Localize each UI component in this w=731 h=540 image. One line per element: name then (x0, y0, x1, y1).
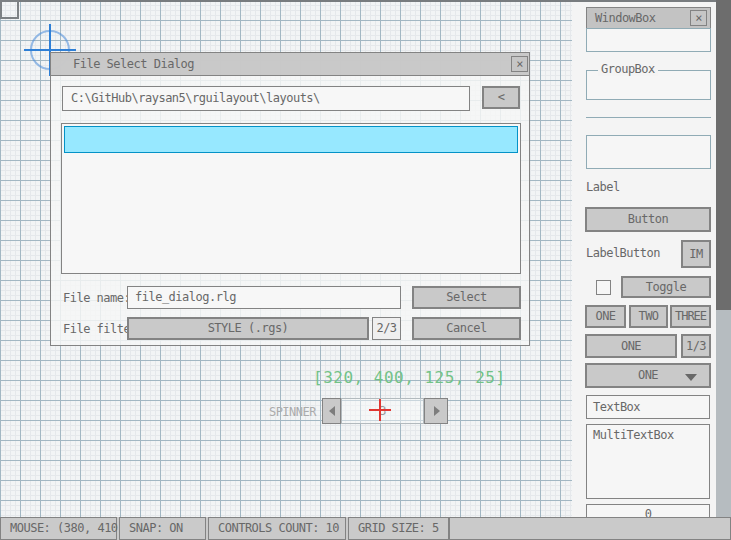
palette-line[interactable] (586, 117, 711, 118)
spinner-increment-button[interactable] (424, 398, 448, 424)
scrollbar-thumb[interactable] (716, 0, 731, 310)
palette-togglegroup-two[interactable]: TWO (629, 305, 668, 328)
palette-togglegroup-one[interactable]: ONE (585, 305, 626, 328)
palette-panel[interactable] (586, 135, 711, 169)
palette-toggle[interactable]: Toggle (621, 276, 711, 298)
right-arrow-icon (434, 406, 440, 416)
dialog-close-button[interactable]: × (511, 56, 528, 72)
selection-bounds-label: [320, 400, 125, 25] (313, 368, 523, 387)
back-arrow-icon: < (498, 90, 505, 104)
spinner-label: SPINNER (250, 405, 316, 419)
select-button[interactable]: Select (412, 286, 521, 309)
dialog-title: File Select Dialog (51, 53, 529, 76)
palette-checkbox[interactable] (596, 280, 611, 295)
statusbar-snap-mode: SNAP: ON (119, 517, 206, 540)
palette-combobox-counter[interactable]: 1/3 (681, 334, 711, 358)
chevron-down-icon (685, 374, 697, 381)
mouse-crosshair-cursor (379, 399, 381, 421)
origin-square (0, 0, 19, 19)
palette-windowbox-title: WindowBox (595, 11, 656, 25)
palette-togglegroup-three[interactable]: THREE (670, 305, 711, 328)
file-name-input[interactable]: file_dialog.rlg (127, 286, 401, 309)
file-name-label: File name: (63, 291, 130, 305)
statusbar-controls-count: CONTROLS COUNT: 10 (208, 517, 346, 540)
file-filter-dropdown[interactable]: STYLE (.rgs) (127, 317, 369, 340)
statusbar-grid-size: GRID SIZE: 5 (348, 517, 449, 540)
path-textbox[interactable]: C:\GitHub\raysan5\rguilayout\layouts\ (62, 86, 470, 111)
palette-textbox[interactable]: TextBox (586, 395, 710, 419)
palette-multitextbox[interactable]: MultiTextBox (586, 424, 710, 499)
spinner-decrement-button[interactable] (322, 398, 341, 424)
statusbar: MOUSE: (380, 410) SNAP: ON CONTROLS COUN… (0, 517, 731, 540)
top-border-line (0, 0, 731, 2)
listbox-selected-item[interactable] (64, 126, 518, 153)
close-icon: × (695, 11, 702, 25)
spinner-valuebox[interactable]: 3 (341, 398, 424, 424)
statusbar-mouse-position: MOUSE: (380, 410) (0, 517, 117, 540)
statusbar-empty-segment (449, 517, 731, 540)
palette-label[interactable]: Label (586, 180, 620, 194)
dialog-titlebar[interactable]: File Select Dialog (51, 53, 529, 76)
palette-labelbutton[interactable]: LabelButton (586, 246, 660, 260)
palette-combobox[interactable]: ONE (585, 334, 677, 358)
palette-imagebutton[interactable]: IM (681, 240, 711, 268)
cancel-button[interactable]: Cancel (412, 317, 521, 340)
file-listbox[interactable] (61, 123, 521, 274)
close-icon: × (516, 57, 523, 71)
palette-dropdownbox[interactable]: ONE (585, 363, 711, 388)
palette-windowbox-body[interactable] (586, 28, 711, 52)
palette-dropdown-label: ONE (638, 368, 658, 382)
filter-count-box: 2/3 (372, 317, 401, 340)
palette-multitextbox-label: MultiTextBox (593, 428, 674, 442)
palette-button[interactable]: Button (585, 207, 711, 232)
file-select-dialog[interactable]: File Select Dialog × C:\GitHub\raysan5\r… (50, 52, 530, 346)
palette-groupbox-label: GroupBox (598, 63, 658, 76)
back-button[interactable]: < (482, 86, 520, 109)
palette-scrollbar[interactable] (716, 0, 731, 517)
left-arrow-icon (329, 406, 335, 416)
palette-windowbox-close-button[interactable]: × (690, 10, 707, 26)
